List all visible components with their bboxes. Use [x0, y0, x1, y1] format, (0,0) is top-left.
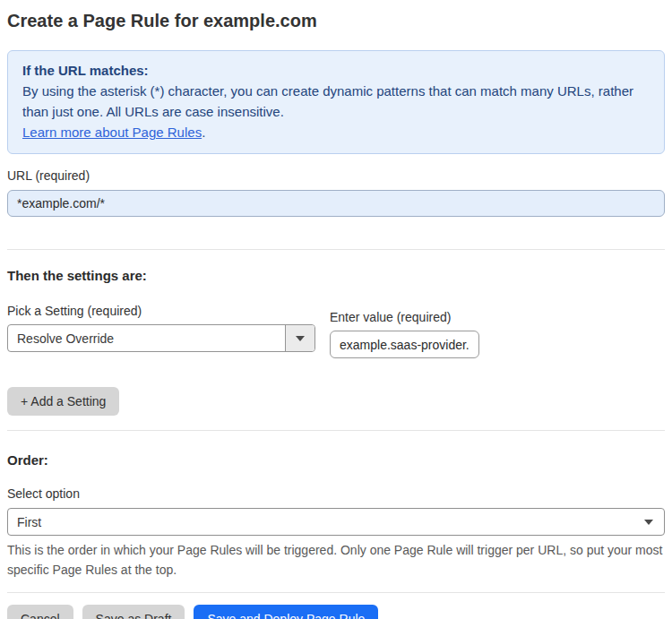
- info-box-body: By using the asterisk (*) character, you…: [22, 81, 650, 122]
- learn-more-link[interactable]: Learn more about Page Rules: [22, 125, 202, 140]
- pick-setting-selected-value: Resolve Override: [8, 325, 285, 351]
- url-match-info-box: If the URL matches: By using the asteris…: [7, 50, 665, 154]
- section-divider: [7, 249, 665, 250]
- url-input[interactable]: [7, 190, 665, 217]
- link-suffix: .: [202, 125, 205, 140]
- footer-divider: [7, 592, 665, 593]
- page-title: Create a Page Rule for example.com: [7, 9, 665, 32]
- cancel-button[interactable]: Cancel: [7, 605, 73, 619]
- setting-value-input[interactable]: [330, 331, 479, 358]
- pick-setting-dropdown[interactable]: Resolve Override: [7, 324, 315, 352]
- order-dropdown[interactable]: First: [7, 508, 665, 536]
- settings-row: Pick a Setting (required) Resolve Overri…: [7, 304, 665, 358]
- save-draft-button[interactable]: Save as Draft: [82, 605, 185, 619]
- dropdown-arrow-button[interactable]: [285, 325, 314, 351]
- add-setting-button[interactable]: + Add a Setting: [7, 387, 119, 416]
- order-selected-value: First: [17, 515, 41, 529]
- save-deploy-button[interactable]: Save and Deploy Page Rule: [194, 605, 378, 619]
- enter-value-label: Enter value (required): [330, 310, 479, 324]
- section-divider: [7, 430, 665, 431]
- footer-actions: Cancel Save as Draft Save and Deploy Pag…: [7, 605, 665, 619]
- chevron-down-icon: [296, 336, 305, 341]
- order-select-label: Select option: [7, 486, 665, 501]
- info-box-heading: If the URL matches:: [22, 60, 650, 81]
- order-section-heading: Order:: [7, 452, 665, 469]
- settings-section-heading: Then the settings are:: [7, 268, 665, 284]
- chevron-down-icon: [644, 520, 653, 525]
- order-help-text: This is the order in which your Page Rul…: [7, 540, 665, 580]
- url-field-label: URL (required): [7, 168, 665, 183]
- pick-setting-label: Pick a Setting (required): [7, 304, 315, 318]
